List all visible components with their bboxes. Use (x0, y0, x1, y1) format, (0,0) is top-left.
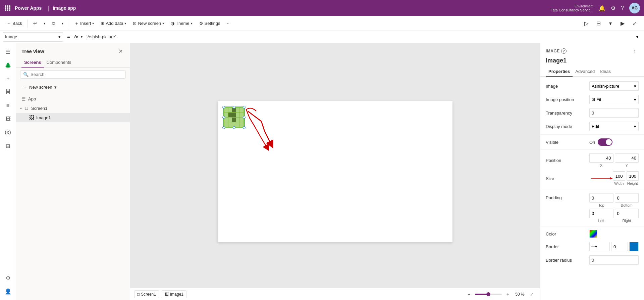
zoom-slider[interactable] (475, 294, 502, 295)
tab-screens[interactable]: Screens (21, 58, 44, 68)
padding-bottom-input[interactable] (615, 193, 639, 203)
tab-advanced[interactable]: Advanced (573, 67, 597, 77)
insert-button[interactable]: ＋ Insert ▾ (72, 18, 97, 29)
image1-widget[interactable] (223, 106, 245, 128)
account-icon[interactable]: 👤 (2, 285, 14, 297)
border-color-swatch[interactable] (629, 242, 639, 251)
type-info-icon[interactable]: ? (561, 48, 567, 54)
cell-20 (240, 122, 244, 127)
sel-handle-tl[interactable] (222, 106, 225, 109)
redo-button[interactable]: ⧉ (49, 18, 58, 29)
sel-handle-lm[interactable] (222, 116, 225, 119)
padding-left-input[interactable] (589, 209, 613, 218)
zoom-in-button[interactable]: ＋ (504, 290, 512, 298)
expand-icon[interactable]: ⤢ (629, 18, 640, 29)
sel-handle-bm[interactable] (233, 126, 235, 129)
tree-item-app[interactable]: ☰ App (16, 94, 130, 103)
add-data-label: Add data (106, 21, 123, 26)
settings-toolbar-button[interactable]: ⚙ Settings (197, 18, 223, 29)
tab-properties[interactable]: Properties (546, 67, 573, 77)
fullscreen-button[interactable]: ⤢ (528, 290, 536, 298)
avatar[interactable]: AG (629, 3, 640, 13)
prop-border-radius-value (589, 255, 639, 265)
search-box: 🔍 (20, 70, 126, 79)
border-radius-input[interactable] (589, 255, 639, 265)
prop-image-label: Image (546, 84, 589, 89)
padding-top-input[interactable] (589, 193, 613, 203)
image-widget-inner (223, 106, 245, 128)
add-data-button[interactable]: ⊞ Add data ▾ (98, 18, 129, 29)
zoom-out-button[interactable]: − (465, 290, 473, 298)
property-name: Image (5, 34, 17, 39)
app-name: Power Apps (15, 5, 42, 11)
paste-chevron-button[interactable]: ▾ (59, 18, 66, 29)
tab-ideas[interactable]: Ideas (597, 67, 613, 77)
apps-grid-icon[interactable] (4, 4, 11, 12)
image-select[interactable]: Ashish-picture ▾ (589, 81, 639, 91)
property-select[interactable]: Image ▾ (3, 32, 63, 42)
variables-icon[interactable]: ≡ (2, 99, 14, 112)
border-style-select[interactable]: — ▾ (589, 242, 610, 251)
screen1-tab[interactable]: □ Screen1 (134, 290, 159, 298)
panel-collapse-button[interactable]: › (631, 47, 639, 55)
search-input[interactable] (31, 72, 123, 77)
visible-toggle[interactable] (598, 138, 612, 146)
border-width-input[interactable] (611, 242, 628, 251)
image1-canvas-tab[interactable]: 🖼 Image1 (162, 290, 186, 298)
tree-item-image1[interactable]: 🖼 Image1 ··· (16, 113, 130, 122)
notification-icon[interactable]: 🔔 (599, 5, 605, 11)
new-screen-tree-button[interactable]: ＋ New screen ▾ (20, 83, 126, 91)
run-icon[interactable]: ▶ (617, 18, 628, 29)
image-position-select[interactable]: ⊡ Fit ▾ (589, 95, 639, 104)
settings-icon[interactable]: ⚙ (611, 5, 615, 11)
tree-item-screen1[interactable]: ▾ □ Screen1 (16, 103, 130, 113)
add-data-chevron: ▾ (124, 22, 126, 25)
size-width-input[interactable] (613, 171, 625, 181)
expressions-icon[interactable]: (x) (2, 126, 14, 138)
sel-handle-tr[interactable] (243, 106, 246, 109)
transparency-input[interactable] (589, 108, 639, 118)
tree-view-icon[interactable]: 🌲 (2, 59, 14, 71)
sel-handle-tm[interactable] (233, 106, 235, 109)
back-button[interactable]: ← Back (4, 18, 25, 29)
zoom-slider-thumb[interactable] (486, 292, 490, 296)
help-icon[interactable]: ? (621, 5, 624, 11)
tree-close-button[interactable]: ✕ (116, 47, 124, 55)
undo-chevron-button[interactable]: ▾ (41, 18, 48, 29)
position-y-label: Y (615, 163, 639, 167)
color-picker-button[interactable] (589, 230, 597, 238)
undo-button[interactable]: ↩ (31, 18, 40, 29)
formula-input[interactable] (85, 32, 631, 42)
more-button[interactable]: ··· (224, 18, 233, 29)
prop-padding-label: Padding (546, 193, 589, 200)
publish-icon[interactable]: ⊟ (593, 18, 604, 29)
tab-components[interactable]: Components (44, 58, 74, 68)
title-separator: | (48, 5, 49, 12)
image-position-chevron: ▾ (634, 97, 636, 102)
preview-icon[interactable]: ▷ (581, 18, 592, 29)
new-screen-button[interactable]: ⊡ New screen ▾ (130, 18, 167, 29)
position-y-input[interactable] (615, 153, 639, 163)
position-x-input[interactable] (589, 153, 613, 163)
sel-handle-bl[interactable] (222, 126, 225, 129)
cell-16 (224, 122, 228, 127)
padding-right-input[interactable] (615, 209, 639, 218)
insert-sidebar-icon[interactable]: ＋ (2, 73, 14, 85)
connectors-icon[interactable]: ⊞ (2, 140, 14, 152)
prop-size-row: Size Width Height (540, 169, 644, 187)
theme-button[interactable]: ◑ Theme ▾ (168, 18, 195, 29)
sel-handle-br[interactable] (243, 126, 246, 129)
formula-expand-icon[interactable]: ▾ (633, 33, 641, 41)
data-sidebar-icon[interactable]: 🗄 (2, 86, 14, 98)
publish-chevron[interactable]: ▾ (605, 18, 616, 29)
size-height-input[interactable] (627, 171, 639, 181)
hamburger-menu-icon[interactable]: ☰ (2, 46, 14, 58)
media-icon[interactable]: 🖼 (2, 113, 14, 125)
sel-handle-rm[interactable] (243, 116, 246, 119)
add-data-icon: ⊞ (101, 21, 104, 26)
right-panel-tabs: Properties Advanced Ideas (540, 67, 644, 77)
display-mode-select[interactable]: Edit ▾ (589, 122, 639, 131)
settings-sidebar-icon[interactable]: ⚙ (2, 272, 14, 284)
prop-image-value: Ashish-picture ▾ (589, 81, 639, 91)
prop-size-width-block: Width (613, 171, 625, 185)
